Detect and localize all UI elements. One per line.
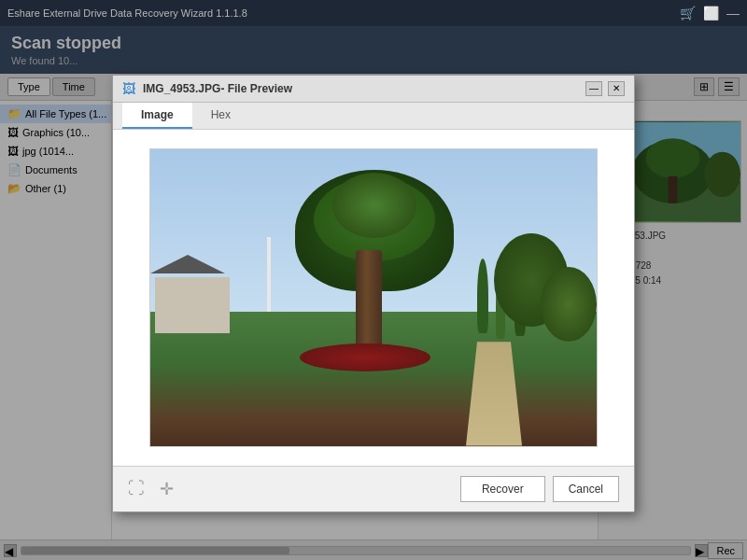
modal-close-button[interactable]: ✕ xyxy=(608,81,625,96)
minimize-icon[interactable]: — xyxy=(726,6,740,21)
modal-titlebar: 🖼 IMG_4953.JPG- File Preview — ✕ xyxy=(113,76,634,103)
window-controls: 🛒 ⬜ — xyxy=(680,6,740,21)
file-preview-dialog: 🖼 IMG_4953.JPG- File Preview — ✕ Image H… xyxy=(112,75,635,512)
app-container: Scan stopped We found 10... Type Time ⊞ … xyxy=(0,26,747,560)
recover-button[interactable]: Recover xyxy=(460,476,545,502)
modal-content-area xyxy=(113,130,634,466)
canopy-3 xyxy=(332,173,416,238)
modal-bottom: ⛶ ✛ Recover Cancel xyxy=(113,466,634,511)
cancel-button[interactable]: Cancel xyxy=(553,476,619,502)
tab-image[interactable]: Image xyxy=(122,103,192,129)
modal-title-left: 🖼 IMG_4953.JPG- File Preview xyxy=(122,81,292,96)
modal-overlay: 🖼 IMG_4953.JPG- File Preview — ✕ Image H… xyxy=(0,26,747,560)
move-icon[interactable]: ✛ xyxy=(160,479,174,499)
modal-bottom-icons: ⛶ ✛ xyxy=(128,479,174,499)
tab-hex[interactable]: Hex xyxy=(192,103,249,129)
modal-title: IMG_4953.JPG- File Preview xyxy=(143,82,292,95)
modal-minimize-button[interactable]: — xyxy=(585,81,602,96)
preview-image xyxy=(149,148,598,447)
restore-icon[interactable]: ⬜ xyxy=(703,6,719,21)
poplar-tree-1 xyxy=(477,259,488,333)
modal-tabs: Image Hex xyxy=(113,103,634,130)
red-plants xyxy=(300,343,430,371)
file-icon: 🖼 xyxy=(122,81,135,96)
app-title: Eshare External Drive Data Recovery Wiza… xyxy=(7,7,247,19)
pavilion xyxy=(155,277,230,333)
modal-buttons: Recover Cancel xyxy=(460,476,619,502)
bg-tree-2 xyxy=(541,267,597,342)
modal-controls: — ✕ xyxy=(585,81,625,96)
title-bar: Eshare External Drive Data Recovery Wiza… xyxy=(0,0,747,26)
resize-icon[interactable]: ⛶ xyxy=(128,479,145,498)
white-pole xyxy=(267,237,271,312)
cart-icon[interactable]: 🛒 xyxy=(680,6,696,21)
